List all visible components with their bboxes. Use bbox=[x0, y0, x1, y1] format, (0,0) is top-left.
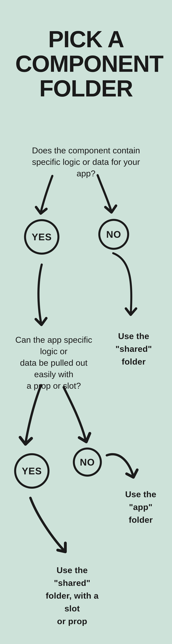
result-1-line-2: folder bbox=[103, 355, 164, 368]
question-2: Can the app specific logic or data be pu… bbox=[8, 334, 99, 392]
arrow-no2-to-result bbox=[105, 450, 142, 484]
question-2-line-2: data be pulled out easily with bbox=[8, 357, 99, 380]
decision-yes-2: YES bbox=[14, 453, 50, 489]
arrow-q1-to-no1 bbox=[93, 174, 119, 217]
arrow-q2-to-no2 bbox=[59, 386, 96, 449]
decision-no-1: NO bbox=[98, 219, 129, 250]
result-3-line-3: or prop bbox=[38, 615, 106, 628]
arrow-no1-to-result bbox=[112, 252, 149, 323]
arrow-yes1-to-q2 bbox=[30, 263, 53, 329]
result-shared-folder: Use the "shared" folder bbox=[103, 330, 164, 368]
result-3-line-1: Use the "shared" bbox=[38, 564, 106, 590]
arrow-q1-to-yes1 bbox=[31, 174, 57, 218]
result-app-folder: Use the "app" folder bbox=[115, 488, 166, 526]
decision-yes-1: YES bbox=[24, 219, 59, 254]
arrow-yes2-to-result bbox=[28, 496, 71, 558]
diagram-title: PICK A COMPONENT FOLDER bbox=[15, 27, 157, 101]
decision-no-2: NO bbox=[73, 448, 102, 476]
decision-yes-2-label: YES bbox=[22, 466, 42, 476]
result-shared-with-slot: Use the "shared" folder, with a slot or … bbox=[38, 564, 106, 628]
decision-no-2-label: NO bbox=[80, 456, 95, 468]
question-2-line-1: Can the app specific logic or bbox=[8, 334, 99, 357]
question-1: Does the component contain specific logi… bbox=[22, 145, 150, 179]
result-2-line-2: folder bbox=[115, 514, 166, 526]
question-1-line-1: Does the component contain bbox=[22, 145, 150, 156]
decision-yes-1-label: YES bbox=[32, 231, 52, 242]
result-2-line-1: Use the "app" bbox=[115, 488, 166, 514]
arrow-q2-to-yes2 bbox=[17, 384, 48, 450]
decision-no-1-label: NO bbox=[106, 229, 121, 240]
result-1-line-1: Use the "shared" bbox=[103, 330, 164, 355]
result-3-line-2: folder, with a slot bbox=[38, 590, 106, 615]
